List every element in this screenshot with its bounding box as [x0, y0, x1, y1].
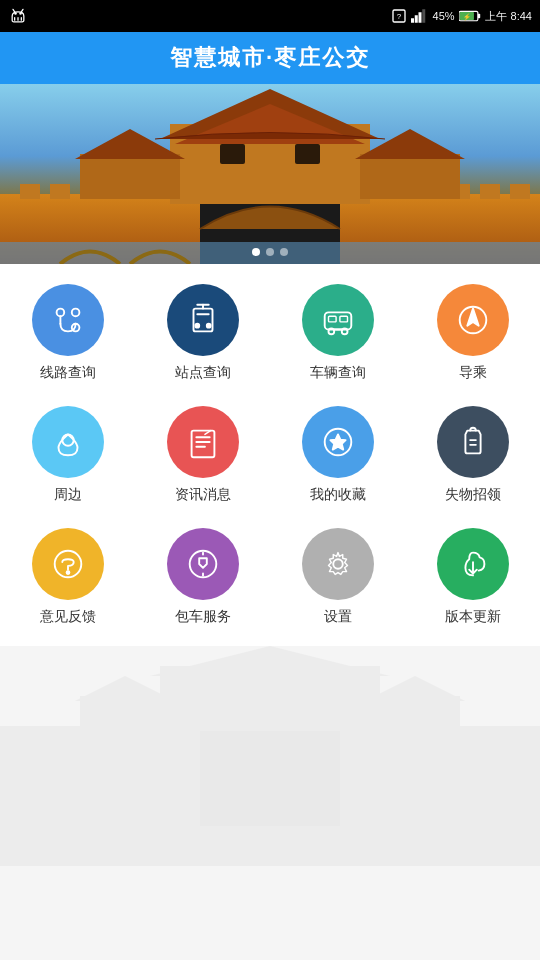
- menu-label-feedback: 意见反馈: [40, 608, 96, 626]
- svg-rect-14: [477, 14, 479, 19]
- menu-icon-route-query: [32, 284, 104, 356]
- svg-rect-30: [480, 184, 500, 199]
- menu-label-update: 版本更新: [445, 608, 501, 626]
- svg-line-3: [21, 9, 23, 12]
- menu-item-route-query[interactable]: 线路查询: [0, 284, 135, 382]
- menu-label-lost-found: 失物招领: [445, 486, 501, 504]
- menu-icon-news: [167, 406, 239, 478]
- menu-section: 线路查询站点查询车辆查询导乘周边资讯消息我的收藏失物招领意见反馈包车服务设置版本…: [0, 264, 540, 646]
- svg-rect-38: [80, 154, 180, 199]
- app-header: 智慧城市·枣庄公交: [0, 32, 540, 84]
- menu-item-settings[interactable]: 设置: [270, 528, 405, 626]
- time-display: 8:44: [511, 10, 532, 22]
- menu-item-news[interactable]: 资讯消息: [135, 406, 270, 504]
- signal-icon: [411, 9, 429, 23]
- status-bar: ? 45% ⚡ 上午 8:44: [0, 0, 540, 32]
- menu-item-navigation[interactable]: 导乘: [405, 284, 540, 382]
- menu-icon-settings: [302, 528, 374, 600]
- svg-line-2: [13, 9, 15, 12]
- svg-rect-83: [370, 696, 460, 751]
- dot-1: [252, 248, 260, 256]
- menu-item-favorites[interactable]: 我的收藏: [270, 406, 405, 504]
- menu-icon-vehicle-query: [302, 284, 374, 356]
- svg-point-45: [71, 309, 79, 317]
- svg-rect-82: [80, 696, 170, 751]
- banner-background: [0, 84, 540, 264]
- svg-rect-54: [328, 316, 336, 322]
- banner-pagination: [252, 248, 288, 256]
- menu-icon-navigation: [437, 284, 509, 356]
- watermark-svg: [0, 646, 540, 866]
- menu-grid: 线路查询站点查询车辆查询导乘周边资讯消息我的收藏失物招领意见反馈包车服务设置版本…: [0, 264, 540, 636]
- menu-icon-station-query: [167, 284, 239, 356]
- time-ampm: 上午: [485, 9, 507, 24]
- svg-rect-81: [200, 731, 340, 826]
- svg-rect-12: [422, 9, 425, 23]
- menu-label-nearby: 周边: [54, 486, 82, 504]
- menu-label-charter: 包车服务: [175, 608, 231, 626]
- dot-3: [280, 248, 288, 256]
- dot-2: [266, 248, 274, 256]
- svg-point-43: [56, 309, 64, 317]
- svg-rect-11: [418, 12, 421, 23]
- svg-rect-62: [191, 431, 214, 458]
- menu-label-favorites: 我的收藏: [310, 486, 366, 504]
- menu-label-station-query: 站点查询: [175, 364, 231, 382]
- svg-marker-60: [467, 309, 478, 326]
- svg-point-76: [333, 559, 343, 569]
- menu-item-vehicle-query[interactable]: 车辆查询: [270, 284, 405, 382]
- hero-banner[interactable]: [0, 84, 540, 264]
- menu-item-nearby[interactable]: 周边: [0, 406, 135, 504]
- banner-building-svg: [0, 84, 540, 264]
- svg-rect-39: [360, 154, 460, 199]
- menu-label-vehicle-query: 车辆查询: [310, 364, 366, 382]
- battery-percent: 45%: [433, 10, 455, 22]
- battery-icon: ⚡: [459, 10, 481, 22]
- menu-label-news: 资讯消息: [175, 486, 231, 504]
- svg-marker-68: [330, 434, 345, 449]
- svg-point-51: [195, 324, 199, 328]
- menu-item-update[interactable]: 版本更新: [405, 528, 540, 626]
- svg-rect-20: [50, 184, 70, 199]
- svg-rect-37: [295, 144, 320, 164]
- svg-text:?: ?: [396, 12, 401, 21]
- app-title: 智慧城市·枣庄公交: [170, 43, 370, 73]
- menu-icon-favorites: [302, 406, 374, 478]
- menu-icon-feedback: [32, 528, 104, 600]
- svg-rect-10: [414, 15, 417, 23]
- menu-icon-update: [437, 528, 509, 600]
- android-icon: [8, 6, 28, 26]
- svg-point-52: [206, 324, 210, 328]
- menu-item-lost-found[interactable]: 失物招领: [405, 406, 540, 504]
- menu-item-feedback[interactable]: 意见反馈: [0, 528, 135, 626]
- svg-rect-55: [339, 316, 347, 322]
- menu-icon-nearby: [32, 406, 104, 478]
- status-right: ? 45% ⚡ 上午 8:44: [391, 8, 532, 24]
- svg-text:⚡: ⚡: [462, 13, 470, 21]
- svg-rect-31: [510, 184, 530, 199]
- svg-rect-19: [20, 184, 40, 199]
- menu-icon-lost-found: [437, 406, 509, 478]
- menu-label-settings: 设置: [324, 608, 352, 626]
- svg-point-61: [62, 434, 73, 445]
- menu-item-station-query[interactable]: 站点查询: [135, 284, 270, 382]
- status-left: [8, 6, 28, 26]
- svg-rect-36: [220, 144, 245, 164]
- svg-point-72: [66, 571, 69, 574]
- question-icon: ?: [391, 8, 407, 24]
- svg-marker-80: [150, 646, 390, 676]
- menu-item-charter[interactable]: 包车服务: [135, 528, 270, 626]
- menu-label-route-query: 线路查询: [40, 364, 96, 382]
- menu-label-navigation: 导乘: [459, 364, 487, 382]
- svg-rect-9: [411, 18, 414, 23]
- menu-icon-charter: [167, 528, 239, 600]
- watermark-area: [0, 646, 540, 866]
